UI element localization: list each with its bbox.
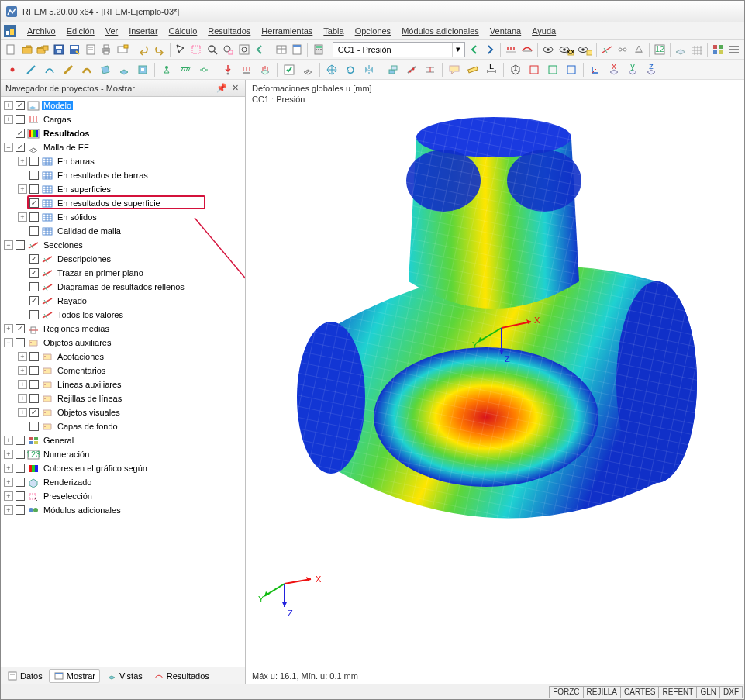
tree-label[interactable]: En resultados de barras: [56, 171, 150, 180]
screenshot-icon[interactable]: [116, 41, 130, 58]
checkbox[interactable]: [29, 171, 39, 180]
tab-vistas[interactable]: Vistas: [102, 669, 147, 683]
tree-node[interactable]: +En superficies: [1, 182, 245, 196]
find-icon[interactable]: [205, 41, 220, 58]
surf-load-icon[interactable]: [257, 61, 274, 78]
expander-icon[interactable]: +: [4, 478, 13, 487]
checkbox[interactable]: [16, 478, 25, 487]
menu-ver[interactable]: Ver: [101, 25, 123, 37]
tree-label[interactable]: Objetos visuales: [56, 408, 122, 417]
show-loads-icon[interactable]: [504, 41, 519, 58]
tree-label[interactable]: Acotaciones: [56, 352, 105, 361]
expander-icon[interactable]: +: [4, 450, 13, 459]
expander-icon[interactable]: +: [4, 464, 13, 473]
tree-node[interactable]: ✓Rayado: [1, 294, 245, 308]
checkbox[interactable]: [16, 338, 25, 347]
tree-node[interactable]: +Comentarios: [1, 364, 245, 378]
tree-label[interactable]: En superficies: [56, 184, 112, 194]
checkbox[interactable]: ✓: [16, 129, 25, 138]
tree-label[interactable]: Calidad de malla: [56, 226, 122, 236]
surface-quad-icon[interactable]: [116, 61, 133, 78]
view-z-icon[interactable]: [563, 61, 580, 78]
checkbox[interactable]: ✓: [29, 268, 39, 278]
dim-icon[interactable]: L: [483, 61, 500, 78]
loadcase-combo[interactable]: CC1 - Presión ▾: [333, 42, 466, 57]
divide-icon[interactable]: [403, 61, 420, 78]
comment-icon[interactable]: [446, 61, 463, 78]
eye-dots-icon[interactable]: [576, 41, 593, 58]
show-results-icon[interactable]: [520, 41, 535, 58]
checkbox[interactable]: [29, 226, 39, 236]
tree-label[interactable]: Cargas: [42, 115, 72, 124]
mesh-gen-icon[interactable]: [299, 61, 316, 78]
open-icon[interactable]: [20, 41, 35, 58]
arc-icon[interactable]: [41, 61, 58, 78]
checkbox[interactable]: [16, 436, 25, 445]
checkbox[interactable]: [29, 310, 39, 319]
checkbox[interactable]: [29, 422, 39, 431]
expander-icon[interactable]: −: [4, 143, 13, 152]
pin-icon[interactable]: 📌: [216, 83, 227, 94]
tree-node[interactable]: +Preselección: [1, 489, 245, 503]
tree-node[interactable]: +Módulos adicionales: [1, 503, 245, 517]
tree-node[interactable]: +✓Modelo: [1, 98, 245, 112]
checkbox[interactable]: [16, 491, 25, 501]
tree-node[interactable]: −Objetos auxiliares: [1, 336, 245, 350]
checkbox[interactable]: [29, 184, 39, 194]
zoom-all-icon[interactable]: [237, 41, 252, 58]
tree-node[interactable]: +En sólidos: [1, 210, 245, 224]
checkbox[interactable]: [16, 240, 25, 250]
tree-node[interactable]: ✓Resultados: [1, 126, 245, 140]
menu-herramientas[interactable]: Herramientas: [257, 25, 317, 37]
undo-icon[interactable]: [136, 41, 151, 58]
tree-label[interactable]: Todos los valores: [56, 310, 125, 319]
tree-label[interactable]: Malla de EF: [42, 143, 91, 152]
tree-node[interactable]: −Secciones: [1, 238, 245, 252]
mdi-icon[interactable]: [4, 25, 16, 37]
tree-node[interactable]: ✓Trazar en primer plano: [1, 266, 245, 280]
menu-ayuda[interactable]: Ayuda: [527, 25, 560, 37]
tree-node[interactable]: +✓Objetos visuales: [1, 405, 245, 419]
menu-insertar[interactable]: Insertar: [124, 25, 162, 37]
expander-icon[interactable]: +: [4, 505, 13, 515]
hinge-icon[interactable]: [195, 61, 212, 78]
grid-icon[interactable]: [690, 41, 705, 58]
tree-node[interactable]: +En barras: [1, 154, 245, 168]
checkbox[interactable]: [16, 115, 25, 124]
extrude-icon[interactable]: [385, 61, 402, 78]
menu-opciones[interactable]: Opciones: [350, 25, 395, 37]
status-rejilla[interactable]: REJILLA: [583, 686, 621, 698]
calculate-icon[interactable]: [311, 41, 326, 58]
modules-icon[interactable]: [711, 41, 726, 58]
expander-icon[interactable]: +: [18, 408, 27, 417]
table-toggle-icon[interactable]: [274, 41, 288, 58]
wp-xz-icon[interactable]: z: [643, 61, 660, 78]
surface-icon[interactable]: [97, 61, 114, 78]
tree-node[interactable]: +123Numeración: [1, 447, 245, 461]
expander-icon[interactable]: +: [4, 436, 13, 445]
checkbox[interactable]: ✓: [29, 254, 39, 264]
wp-yz-icon[interactable]: y: [624, 61, 641, 78]
redo-icon[interactable]: [152, 41, 167, 58]
menu-resultados[interactable]: Resultados: [203, 25, 255, 37]
checkbox[interactable]: ✓: [29, 296, 39, 305]
expander-icon[interactable]: −: [4, 240, 13, 250]
status-dxf[interactable]: DXF: [719, 686, 743, 698]
node-icon[interactable]: [4, 61, 21, 78]
prev-lc-icon[interactable]: [467, 41, 481, 58]
tree-node[interactable]: +Rejillas de líneas: [1, 391, 245, 405]
modules-menu-icon[interactable]: [726, 41, 741, 58]
tree-label[interactable]: Rayado: [56, 296, 88, 305]
close-icon[interactable]: ✕: [229, 83, 240, 94]
expander-icon[interactable]: +: [18, 380, 27, 389]
viewport[interactable]: Deformaciones globales u [mm] CC1 : Pres…: [246, 80, 744, 684]
tree-label[interactable]: En sólidos: [56, 212, 98, 222]
checkbox[interactable]: [29, 212, 39, 222]
check-model-icon[interactable]: [281, 61, 298, 78]
tree-node[interactable]: En resultados de barras: [1, 168, 245, 182]
print-icon[interactable]: [99, 41, 114, 58]
menu-calculo[interactable]: Cálculo: [164, 25, 202, 37]
opening-icon[interactable]: [134, 61, 151, 78]
checkbox[interactable]: [16, 450, 25, 459]
member-arc-icon[interactable]: [78, 61, 95, 78]
